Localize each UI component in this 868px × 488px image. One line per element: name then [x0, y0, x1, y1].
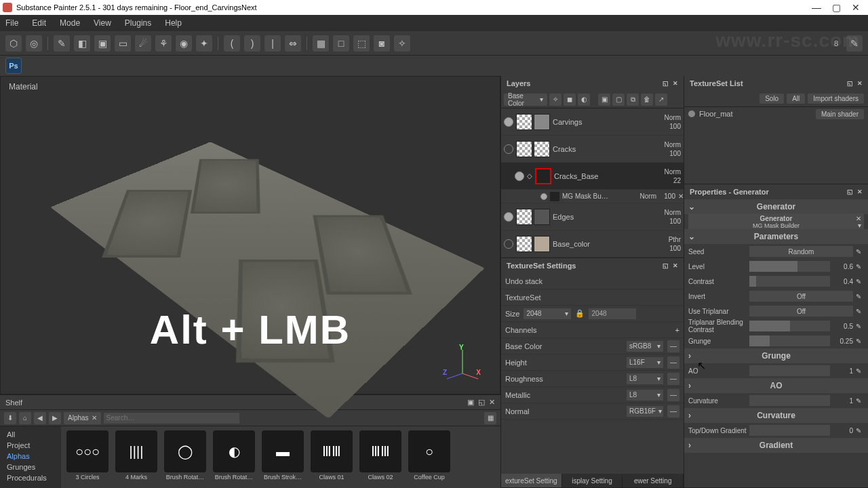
shelf-cat[interactable]: All [0, 429, 61, 440]
minimize-button[interactable]: — [812, 2, 821, 13]
shelf-item[interactable]: ||||4 Marks [114, 430, 159, 483]
grid-view-icon[interactable]: ▦ [484, 412, 496, 424]
edit-icon[interactable]: ✎ [856, 323, 864, 330]
generator-section[interactable]: ⌄ Generator [684, 199, 868, 214]
mirror-icon[interactable]: ⇔ [285, 35, 301, 52]
chevron-right-icon[interactable]: › [688, 351, 691, 361]
close-icon[interactable]: ✕ [673, 262, 678, 269]
chevron-down-icon[interactable]: ▾ [858, 222, 861, 229]
close-icon[interactable]: ✕ [673, 80, 678, 87]
layer-row[interactable]: Edges Norm100 [501, 203, 684, 230]
visibility-toggle[interactable] [504, 239, 513, 249]
visibility-dot[interactable] [688, 110, 695, 117]
visibility-toggle[interactable] [504, 212, 513, 222]
add-fill-icon[interactable]: ◼ [564, 94, 576, 106]
dock-icon[interactable]: ▣ [467, 398, 474, 407]
projection-icon[interactable]: ▣ [94, 35, 111, 52]
undock-icon[interactable]: ◱ [847, 188, 853, 195]
export-icon[interactable]: ↗ [655, 94, 667, 106]
close-button[interactable]: ✕ [852, 2, 860, 13]
shelf-cat[interactable]: Grunges [0, 462, 61, 472]
mask-thumb[interactable] [516, 114, 532, 130]
effect-thumb[interactable] [550, 192, 559, 201]
menu-view[interactable]: View [94, 18, 111, 28]
shelf-cat[interactable]: Project [0, 440, 61, 451]
remove-channel-icon[interactable]: — [667, 389, 679, 401]
layer-thumb[interactable] [534, 114, 550, 130]
visibility-toggle[interactable] [515, 171, 524, 181]
layer-row[interactable]: Cracks Norm100 [501, 136, 684, 163]
param-button[interactable]: Random [749, 246, 853, 257]
slider[interactable] [749, 321, 830, 331]
chevron-down-icon[interactable]: ⌄ [688, 202, 695, 211]
shelf-item[interactable]: ⅢⅢClaws 02 [358, 430, 403, 483]
mask-thumb[interactable] [516, 209, 532, 225]
chevron-right-icon[interactable]: › [688, 381, 691, 390]
shelf-tab[interactable]: Alphas✕ [64, 412, 101, 424]
brush-icon[interactable]: ✎ [54, 35, 70, 52]
edit-icon[interactable]: ✎ [856, 263, 864, 270]
shelf-item[interactable]: ○Coffee Cup [407, 430, 452, 483]
sym-y-icon[interactable]: ) [244, 35, 260, 52]
undock-icon[interactable]: ◱ [847, 80, 853, 87]
remove-channel-icon[interactable]: — [667, 373, 679, 385]
clone-icon[interactable]: ⚘ [155, 35, 172, 52]
shelf-item[interactable]: ○○○3 Circles [65, 430, 110, 483]
add-mask-icon[interactable]: ◐ [578, 94, 590, 106]
solo-button[interactable]: Solo [760, 94, 784, 104]
slider[interactable] [749, 425, 830, 436]
shader-select[interactable]: Main shader [816, 109, 864, 119]
close-icon[interactable]: ✕ [678, 192, 684, 200]
menu-plugins[interactable]: Plugins [125, 18, 151, 28]
photoshop-icon[interactable]: Ps [5, 58, 22, 74]
visibility-toggle[interactable] [540, 193, 547, 200]
menu-file[interactable]: File [5, 18, 18, 28]
layer-row[interactable]: Base_color Pthr100 [501, 230, 684, 258]
format-select[interactable]: L16F ▾ [627, 357, 663, 368]
edit-icon[interactable]: ✎ [856, 427, 864, 434]
import-icon[interactable]: ⬇ [4, 412, 16, 424]
layer-thumb[interactable] [534, 236, 550, 252]
close-tab-icon[interactable]: ✕ [92, 414, 97, 422]
edit-icon[interactable]: ✎ [856, 293, 864, 300]
group-header[interactable]: ›Gradient [684, 438, 868, 453]
tab[interactable]: isplay Setting [562, 474, 623, 487]
home-icon[interactable]: ⌂ [19, 412, 31, 424]
shelf-search-input[interactable] [104, 413, 239, 424]
menu-mode[interactable]: Mode [60, 18, 80, 28]
eraser-icon[interactable]: ◧ [74, 35, 90, 52]
shelf-item[interactable]: ▬Brush Strok… [260, 430, 305, 483]
smudge-icon[interactable]: ☄ [135, 35, 151, 52]
mask-thumb[interactable] [535, 168, 551, 184]
layer-thumb[interactable] [534, 141, 550, 157]
add-effect-icon[interactable]: ✧ [549, 94, 561, 106]
fwd-icon[interactable]: ▶ [49, 412, 61, 424]
edit-icon[interactable]: ✎ [856, 278, 864, 285]
close-icon[interactable]: ✕ [857, 80, 863, 87]
format-select[interactable]: sRGB8 ▾ [627, 341, 663, 352]
group-header[interactable]: ›AO [684, 378, 868, 393]
new-layer-icon[interactable]: ▢ [612, 94, 625, 106]
undock-icon[interactable]: ◱ [663, 80, 669, 87]
channel-select[interactable]: Base Color ▾ [504, 94, 547, 106]
particle-icon[interactable]: ✦ [196, 35, 212, 52]
new-folder-icon[interactable]: ▣ [598, 94, 610, 106]
slider[interactable] [749, 276, 830, 287]
layer-thumb[interactable] [534, 209, 550, 225]
close-icon[interactable]: ✕ [857, 188, 863, 195]
close-icon[interactable]: ✕ [489, 398, 495, 407]
group-header[interactable]: ›Curvature [684, 408, 868, 423]
tab[interactable]: extureSet Setting [501, 474, 562, 487]
generator-select[interactable]: Generator MG Mask Builder ✕ ▾ [688, 214, 864, 230]
mask-thumb[interactable] [516, 141, 532, 157]
link-icon[interactable]: ◇ [527, 172, 532, 180]
undo-stack-row[interactable]: Undo stack [501, 273, 684, 289]
all-button[interactable]: All [787, 94, 805, 104]
shelf-cat[interactable]: Alphas [0, 451, 61, 462]
size-select[interactable]: 2048▾ [524, 308, 571, 319]
back-icon[interactable]: ◀ [34, 412, 46, 424]
shelf-cat[interactable]: Procedurals [0, 472, 61, 483]
layer-row[interactable]: Carvings Norm100 [501, 108, 684, 136]
visibility-toggle[interactable] [504, 117, 513, 127]
format-select[interactable]: L8 ▾ [627, 373, 663, 384]
